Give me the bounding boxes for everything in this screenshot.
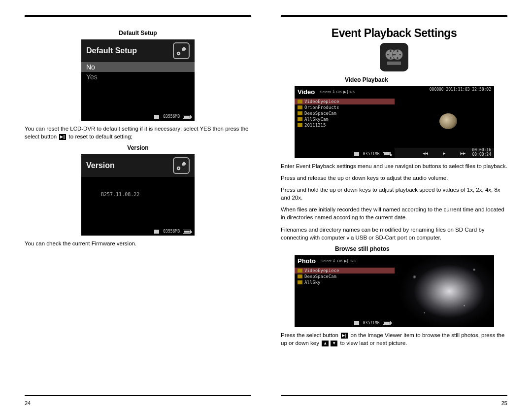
default-setup-screenshot: Default Setup No Yes 03556MB: [81, 39, 195, 121]
down-arrow-icon: ▼: [331, 341, 337, 346]
total-time: 00:00:24: [472, 153, 491, 157]
folder-icon: [298, 117, 302, 121]
version-heading: Version: [25, 144, 251, 151]
top-rule-left: [25, 15, 251, 17]
select-button-icon: ▶‖: [341, 333, 348, 339]
list-item: AllSkyCam: [295, 116, 395, 122]
nebula-photo-preview: [395, 255, 495, 327]
top-rule-right: [281, 15, 507, 17]
video-screen-sub: Select ⇕ OK ▶‖ 1/5: [320, 90, 355, 94]
film-reel-icon: [380, 43, 408, 71]
list-item: AllSky: [295, 279, 395, 285]
svg-point-6: [397, 50, 399, 52]
default-setup-screen-title: Default Setup: [86, 46, 137, 55]
version-screen-title: Version: [86, 161, 115, 170]
svg-point-5: [390, 57, 392, 59]
wrench-gear-icon: [173, 42, 190, 59]
svg-point-3: [387, 54, 389, 56]
list-item: DeepSpaceCam: [295, 110, 395, 116]
bottom-rule-right: [281, 395, 507, 396]
default-setup-option-no: No: [81, 62, 195, 72]
bottom-rule-left: [25, 395, 251, 396]
default-setup-caption: You can reset the LCD-DVR to default set…: [25, 125, 251, 140]
playback-bar: ◀◀ ▶ ▶▶ 00:00:16 00:00:24: [395, 148, 495, 158]
folder-icon: [298, 111, 302, 115]
rewind-icon: ◀◀: [423, 151, 428, 156]
video-playback-screenshot: Video Select ⇕ OK ▶‖ 1/5 VideoEyepiece O…: [295, 86, 494, 158]
list-item: 20111215: [295, 122, 395, 128]
page-right: Event Playback Settings Video Playback V…: [281, 15, 507, 406]
caption-text: to view last or next picture.: [338, 340, 407, 346]
vp-p1: Enter Event Playback settings menu and u…: [281, 162, 507, 170]
battery-icon: [183, 230, 191, 234]
sd-card-icon: [154, 230, 159, 234]
sd-card-icon: [154, 115, 159, 119]
play-icon: ▶: [443, 151, 445, 156]
list-item: VideoEyepiece: [295, 99, 395, 104]
version-caption: You can check the current Firmware versi…: [25, 240, 251, 247]
svg-point-8: [399, 54, 401, 56]
battery-icon: [183, 115, 191, 119]
battery-icon: [383, 152, 391, 156]
list-item: VideoEyepiece: [295, 268, 395, 274]
vp-p5: Filenames and directory names can be mod…: [281, 226, 507, 241]
vp-p4: When files are initially recorded they w…: [281, 206, 507, 221]
video-folder-list: VideoEyepiece OrionProducts DeepSpaceCam…: [295, 98, 395, 129]
browse-photos-screenshot: Photo Select ⇕ OK ▶‖ 1/3 VideoEyepiece D…: [295, 255, 494, 327]
sd-card-icon: [354, 321, 359, 325]
svg-point-4: [393, 54, 395, 56]
list-item: DeepSpaceCam: [295, 274, 395, 279]
sd-card-icon: [354, 152, 359, 156]
firmware-version: B257.11.08.22: [81, 192, 195, 197]
video-playback-heading: Video Playback: [281, 76, 507, 83]
vp-p3: Press and hold the up or down keys to ad…: [281, 186, 507, 202]
folder-icon: [298, 269, 302, 273]
folder-icon: [298, 105, 302, 109]
svg-point-2: [390, 50, 392, 52]
browse-photos-caption: Press the select button ▶‖ on the image …: [281, 331, 507, 347]
page-number-right: 25: [281, 400, 507, 406]
up-arrow-icon: ▲: [322, 341, 329, 346]
photo-screen-sub: Select ⇕ OK ▶‖ 1/3: [321, 259, 356, 263]
select-button-icon: ▶‖: [59, 134, 66, 140]
event-playback-title: Event Playback Settings: [281, 27, 507, 40]
caption-text: Press the select button: [281, 332, 340, 338]
page-number-left: 24: [25, 400, 251, 406]
svg-rect-10: [387, 62, 401, 65]
folder-icon: [298, 280, 302, 284]
storage-value: 03556MB: [163, 229, 180, 234]
planet-preview: [439, 113, 457, 129]
list-item: OrionProducts: [295, 104, 395, 110]
wrench-gear-icon: [173, 157, 190, 174]
storage-value: 03556MB: [163, 114, 180, 119]
svg-point-7: [394, 54, 396, 56]
storage-value: 03571MB: [363, 152, 380, 156]
forward-icon: ▶▶: [460, 151, 466, 156]
video-screen-title: Video: [298, 88, 315, 96]
storage-value: 03571MB: [363, 321, 380, 325]
caption-text: You can reset the LCD-DVR to default set…: [25, 126, 249, 139]
default-setup-heading: Default Setup: [25, 30, 251, 36]
folder-icon: [298, 274, 302, 278]
photo-folder-list: VideoEyepiece DeepSpaceCam AllSky: [295, 267, 395, 286]
battery-icon: [383, 321, 391, 325]
recording-timestamp: 000000 2011:11:03 22:58:02: [430, 87, 491, 92]
folder-icon: [298, 100, 302, 103]
version-screenshot: Version B257.11.08.22 03556MB: [81, 154, 195, 236]
photo-screen-title: Photo: [298, 257, 316, 265]
page-left: Default Setup Default Setup No Yes 03556…: [25, 15, 251, 406]
folder-icon: [298, 123, 302, 127]
browse-photos-heading: Browse still photos: [281, 245, 507, 252]
caption-text: to reset to default setting;: [67, 134, 132, 139]
svg-point-9: [397, 57, 399, 59]
vp-p2: Press and release the up or down keys to…: [281, 174, 507, 182]
default-setup-option-yes: Yes: [81, 72, 195, 82]
